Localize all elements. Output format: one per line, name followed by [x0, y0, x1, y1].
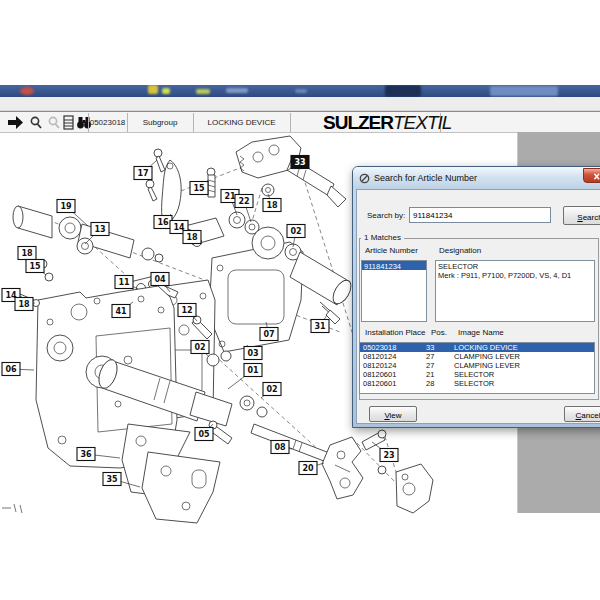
table-cell: 08120124	[360, 352, 426, 361]
table-cell: 08120601	[360, 379, 426, 388]
table-cell: 27	[426, 361, 454, 370]
callout-number: 41	[115, 307, 127, 316]
callout-number: 02	[266, 385, 277, 394]
installation-table[interactable]: 0502301833LOCKING DEVICE0812012427CLAMPI…	[359, 342, 595, 394]
table-cell: CLAMPING LEVER	[454, 352, 594, 361]
callout-number: 03	[247, 349, 258, 358]
callout-number: 13	[94, 225, 105, 234]
callout-number: 07	[263, 330, 274, 339]
callout-number: 31	[314, 322, 326, 331]
table-cell: 08120601	[360, 370, 426, 379]
view-button[interactable]: View	[369, 406, 417, 422]
table-cell: LOCKING DEVICE	[454, 343, 594, 352]
article-number-list[interactable]: 911841234	[361, 260, 427, 322]
callout-number: 11	[118, 278, 130, 287]
matches-count-label: 1 Matches	[361, 233, 404, 242]
designation-line: SELECTOR	[438, 262, 592, 271]
callout-number: 08	[274, 443, 286, 452]
fork-lever-part	[322, 430, 433, 513]
search-input[interactable]	[409, 207, 551, 223]
callout-number: 16	[157, 218, 169, 227]
callout-number: 35	[106, 475, 118, 484]
callout-number: 18	[186, 233, 198, 242]
table-row[interactable]: 0812060128SELECTOR	[360, 379, 594, 388]
callout-number: 02	[194, 343, 205, 352]
dialog-icon	[359, 173, 370, 184]
table-row[interactable]: 0812012427CLAMPING LEVER	[360, 361, 594, 370]
close-button[interactable]	[583, 168, 600, 183]
table-row[interactable]: 0502301833LOCKING DEVICE	[360, 343, 594, 352]
table-cell: SELECTOR	[454, 379, 594, 388]
dialog-titlebar[interactable]: Search for Article Number	[353, 167, 600, 189]
search-by-label: Search by:	[367, 211, 405, 220]
callout-number: 02	[290, 227, 301, 236]
image-name-header: Image Name	[458, 328, 504, 337]
callout-number: 18	[18, 300, 30, 309]
table-cell: 28	[426, 379, 454, 388]
callout-number: 33	[294, 158, 305, 167]
article-number-header: Article Number	[365, 246, 418, 255]
callout-number: 04	[154, 275, 166, 284]
callout-number: 23	[383, 451, 394, 460]
designation-box: SELECTOR Merk : P911, P7100, P7200D, VS,…	[435, 260, 595, 322]
callout-number: 01	[247, 366, 259, 375]
reference-marks	[2, 504, 22, 513]
search-button[interactable]: Search	[563, 206, 600, 225]
callout-number: 20	[302, 464, 314, 473]
table-cell: 33	[426, 343, 454, 352]
callout-number: 06	[5, 365, 17, 374]
callout-number: 36	[80, 450, 92, 459]
article-list-item[interactable]: 911841234	[362, 261, 426, 270]
table-cell: SELECTOR	[454, 370, 594, 379]
table-row[interactable]: 0812060121SELECTOR	[360, 370, 594, 379]
designation-line: Merk : P911, P7100, P7200D, VS, 4, D1	[438, 271, 592, 280]
table-row[interactable]: 0812012427CLAMPING LEVER	[360, 352, 594, 361]
search-article-dialog: Search for Article Number Search by: Sea…	[352, 166, 600, 428]
table-cell: CLAMPING LEVER	[454, 361, 594, 370]
table-cell: 21	[426, 370, 454, 379]
callout-number: 15	[29, 262, 41, 271]
callout-number: 22	[238, 197, 249, 206]
callout-number: 05	[198, 430, 210, 439]
dialog-title: Search for Article Number	[374, 173, 477, 183]
callout-number: 19	[60, 202, 72, 211]
table-cell: 27	[426, 352, 454, 361]
callout-number: 15	[193, 184, 205, 193]
dialog-body: Search by: Search 1 Matches Article Numb…	[356, 189, 600, 424]
callout-number: 21	[224, 192, 236, 201]
cancel-button[interactable]: Cancel	[564, 406, 600, 422]
callout-number: 12	[181, 306, 192, 315]
table-cell: 05023018	[360, 343, 426, 352]
callout-number: 18	[21, 249, 33, 258]
callout-number: 17	[137, 169, 148, 178]
callout-number: 18	[266, 201, 278, 210]
table-cell: 08120124	[360, 361, 426, 370]
pos-header: Pos.	[431, 328, 447, 337]
designation-header: Designation	[439, 246, 481, 255]
installation-place-header: Installation Place	[365, 328, 425, 337]
